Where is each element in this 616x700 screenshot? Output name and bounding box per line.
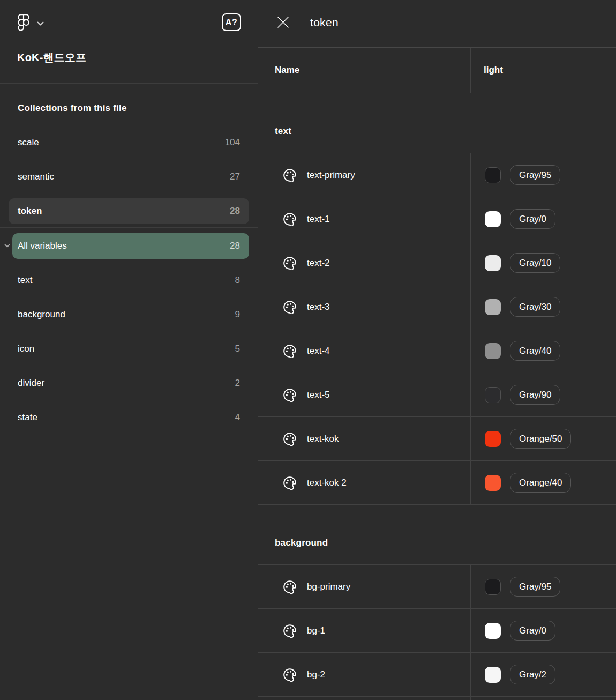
variable-row[interactable]: text-kok Orange/50 [258, 417, 616, 461]
section-title: text [258, 93, 616, 153]
variables-table-body: text text-primary Gray/95 [258, 93, 616, 700]
variable-value-cell[interactable]: Gray/2 [471, 653, 616, 696]
variable-value-cell[interactable]: Orange/50 [471, 417, 616, 460]
variable-name: text-1 [307, 214, 330, 225]
section-title: background [258, 505, 616, 565]
variable-section: text text-primary Gray/95 [258, 93, 616, 505]
variable-value-cell[interactable]: Gray/10 [471, 241, 616, 285]
sidebar-item-label: token [18, 206, 42, 217]
sidebar-item-count: 104 [225, 137, 240, 148]
color-swatch [485, 431, 501, 447]
sidebar-item-background[interactable]: background 9 [9, 302, 249, 327]
variable-value-cell[interactable]: Gray/95 [471, 565, 616, 608]
sidebar-item-semantic[interactable]: semantic 27 [9, 164, 249, 190]
palette-icon [283, 300, 297, 314]
sidebar-item-count: 8 [235, 275, 240, 286]
variable-row[interactable]: bg-primary Gray/95 [258, 565, 616, 609]
variable-name-cell: bg-1 [258, 609, 471, 652]
palette-icon [283, 388, 297, 402]
variable-name: text-4 [307, 346, 330, 356]
value-pill[interactable]: Gray/90 [510, 385, 560, 405]
value-pill[interactable]: Gray/40 [510, 341, 560, 361]
variable-name-cell: text-kok [258, 417, 471, 460]
variable-value-cell[interactable]: Gray/30 [471, 285, 616, 329]
close-icon[interactable] [277, 16, 289, 28]
variable-name: text-primary [307, 170, 355, 181]
variable-name-cell: bg-primary [258, 565, 471, 608]
palette-icon [283, 624, 297, 638]
chevron-down-icon[interactable] [4, 244, 10, 248]
sidebar-item-divider[interactable]: divider 2 [9, 370, 249, 396]
collections-list: scale 104 semantic 27 token 28 [9, 130, 249, 224]
variable-value-cell[interactable]: Gray/95 [471, 153, 616, 197]
variable-name: text-2 [307, 258, 330, 269]
variable-name-cell: bg-2 [258, 653, 471, 696]
variable-row[interactable]: text-kok 2 Orange/40 [258, 461, 616, 505]
variable-row[interactable]: text-3 Gray/30 [258, 285, 616, 329]
sidebar-item-label: text [18, 275, 32, 286]
value-pill[interactable]: Gray/95 [510, 577, 560, 597]
sidebar-item-count: 27 [230, 172, 240, 182]
variable-row[interactable]: text-5 Gray/90 [258, 373, 616, 417]
sidebar: A? KoK-핸드오프 Collections from this file s… [0, 0, 258, 700]
collections-heading: Collections from this file [9, 95, 249, 121]
color-swatch [485, 255, 501, 271]
variable-row[interactable]: text-primary Gray/95 [258, 153, 616, 197]
sidebar-item-label: icon [18, 344, 34, 354]
sidebar-item-scale[interactable]: scale 104 [9, 130, 249, 155]
sidebar-item-label: semantic [18, 172, 54, 182]
variable-name-cell: text-1 [258, 197, 471, 241]
all-variables-count: 28 [230, 241, 240, 251]
color-swatch [485, 387, 501, 403]
value-pill[interactable]: Gray/95 [510, 165, 560, 185]
column-header-name[interactable]: Name [258, 48, 471, 93]
panel-header: token [258, 0, 616, 48]
value-pill[interactable]: Gray/10 [510, 253, 560, 273]
variable-row[interactable]: bg-1 Gray/0 [258, 609, 616, 653]
variable-row[interactable]: text-2 Gray/10 [258, 241, 616, 285]
language-help-badge[interactable]: A? [222, 13, 241, 31]
variable-value-cell[interactable]: Gray/90 [471, 373, 616, 416]
value-pill[interactable]: Gray/2 [510, 665, 555, 685]
sidebar-item-count: 4 [235, 412, 240, 423]
sidebar-item-label: background [18, 309, 65, 320]
divider [0, 227, 258, 228]
sidebar-body: Collections from this file scale 104 sem… [0, 95, 258, 430]
sidebar-item-text[interactable]: text 8 [9, 267, 249, 293]
palette-icon [283, 256, 297, 270]
sidebar-item-icon[interactable]: icon 5 [9, 336, 249, 362]
variable-row[interactable]: bg-2 Gray/2 [258, 653, 616, 697]
chevron-down-icon[interactable] [37, 21, 44, 26]
column-header-mode-light[interactable]: light [471, 48, 616, 93]
value-pill[interactable]: Gray/0 [510, 621, 555, 641]
panel-title: token [310, 16, 339, 29]
value-pill[interactable]: Orange/50 [510, 429, 571, 449]
sidebar-item-all-variables[interactable]: All variables 28 [12, 233, 249, 259]
variable-name-cell: text-3 [258, 285, 471, 329]
variable-name-cell: text-kok 2 [258, 461, 471, 504]
color-swatch [485, 475, 501, 491]
sidebar-item-label: divider [18, 378, 44, 389]
value-pill[interactable]: Orange/40 [510, 473, 571, 493]
color-swatch [485, 579, 501, 595]
file-title: KoK-핸드오프 [17, 50, 241, 65]
sidebar-item-token[interactable]: token 28 [9, 198, 249, 224]
variable-groups-list: text 8 background 9 icon 5 divider 2 sta… [9, 267, 249, 430]
sidebar-header: A? KoK-핸드오프 [0, 0, 258, 84]
variable-value-cell[interactable]: Orange/40 [471, 461, 616, 504]
palette-icon [283, 432, 297, 446]
variable-row[interactable]: text-1 Gray/0 [258, 197, 616, 241]
value-pill[interactable]: Gray/30 [510, 297, 560, 317]
variable-value-cell[interactable]: Gray/0 [471, 197, 616, 241]
variable-name: bg-primary [307, 582, 350, 592]
figma-logo-icon[interactable] [17, 14, 30, 31]
variable-value-cell[interactable]: Gray/40 [471, 329, 616, 373]
variable-value-cell[interactable]: Gray/0 [471, 609, 616, 652]
table-header: Name light [258, 48, 616, 93]
variable-name-cell: text-2 [258, 241, 471, 285]
variable-row[interactable]: text-4 Gray/40 [258, 329, 616, 373]
variable-value-cell [471, 697, 616, 700]
value-pill[interactable]: Gray/0 [510, 209, 555, 229]
sidebar-item-state[interactable]: state 4 [9, 405, 249, 430]
sidebar-item-count: 9 [235, 309, 240, 320]
